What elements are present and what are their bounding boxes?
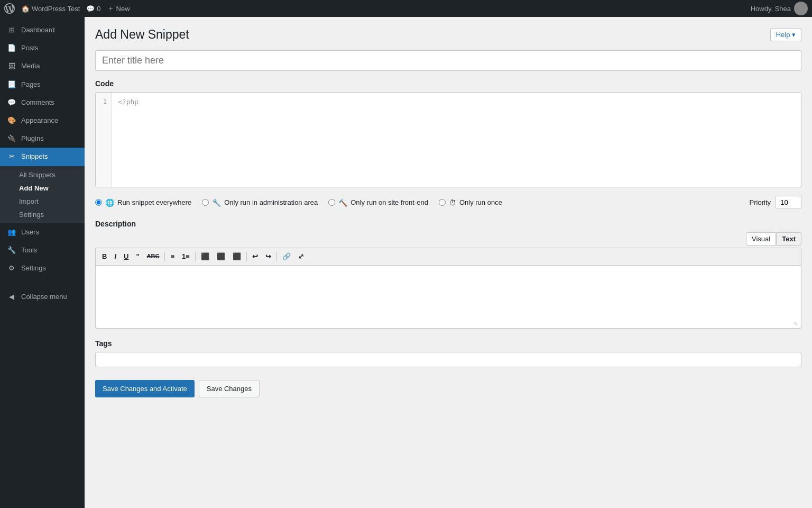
undo-button[interactable]: ↩ [249, 250, 261, 263]
sidebar-item-appearance[interactable]: 🎨 Appearance [0, 112, 85, 130]
run-option-frontend[interactable]: 🔨 Only run on site front-end [328, 198, 428, 207]
howdy-label: Howdy, Shea [751, 2, 808, 15]
resize-handle: ⤡ [793, 321, 800, 327]
posts-icon: 📄 [6, 43, 17, 53]
sidebar-item-snippets[interactable]: ✂ Snippets [0, 148, 85, 166]
collapse-icon: ◀ [6, 292, 17, 302]
topbar: 🏠 WordPress Test 💬 0 ＋ New Howdy, Shea [0, 0, 812, 17]
code-editor: 1 <?php [95, 92, 801, 187]
run-option-admin[interactable]: 🔧 Only run in administration area [202, 198, 318, 207]
tools-icon: 🔧 [6, 246, 17, 255]
action-buttons: Save Changes and Activate Save Changes [95, 380, 801, 397]
toolbar-divider-3 [246, 252, 247, 261]
sidebar-item-comments[interactable]: 💬 Comments [0, 94, 85, 112]
line-numbers: 1 [96, 93, 112, 187]
tags-section: Tags [95, 339, 801, 367]
description-label: Description [95, 220, 801, 228]
align-center-button[interactable]: ⬛ [214, 250, 228, 263]
toolbar-divider-1 [164, 252, 165, 261]
view-text-button[interactable]: Text [776, 232, 801, 246]
sidebar: Dashboard 📄 Posts 🖼 Media 📃 Pages 💬 Comm… [0, 17, 85, 508]
run-option-once[interactable]: ⏱ Only run once [439, 198, 502, 207]
collapse-menu-button[interactable]: ◀ Collapse menu [0, 288, 85, 306]
fullscreen-button[interactable]: ⤢ [295, 250, 307, 263]
sidebar-item-settings[interactable]: ⚙ Settings [0, 259, 85, 277]
save-activate-button[interactable]: Save Changes and Activate [95, 380, 195, 397]
media-icon: 🖼 [6, 61, 17, 71]
align-left-button[interactable]: ⬛ [198, 250, 213, 263]
priority-group: Priority [750, 196, 801, 209]
code-input[interactable]: <?php [112, 93, 801, 187]
sidebar-subitem-add-new[interactable]: Add New [0, 182, 85, 195]
code-section-label: Code [95, 79, 801, 88]
dashboard-icon [6, 25, 17, 35]
users-icon: 👥 [6, 228, 17, 237]
view-toggle: Visual Text [95, 232, 801, 246]
save-button[interactable]: Save Changes [199, 380, 260, 397]
view-visual-button[interactable]: Visual [746, 232, 776, 246]
sidebar-item-plugins[interactable]: 🔌 Plugins [0, 130, 85, 148]
align-right-button[interactable]: ⬛ [229, 250, 244, 263]
run-option-everywhere[interactable]: 🌐 Run snippet everywhere [95, 198, 191, 207]
bold-button[interactable]: B [99, 250, 110, 263]
comments-icon: 💬 [6, 98, 17, 107]
description-section: Description Visual Text B I U " ABC ≡ 1≡… [95, 220, 801, 329]
wp-logo[interactable] [4, 3, 15, 14]
snippets-icon: ✂ [6, 152, 17, 161]
sidebar-item-users[interactable]: 👥 Users [0, 223, 85, 241]
new-button[interactable]: ＋ New [107, 4, 130, 13]
sidebar-subitem-all-snippets[interactable]: All Snippets [0, 168, 85, 182]
toolbar-divider-4 [276, 252, 277, 261]
appearance-icon: 🎨 [6, 116, 17, 125]
link-button[interactable]: 🔗 [279, 250, 294, 263]
redo-button[interactable]: ↪ [262, 250, 274, 263]
tags-input[interactable] [95, 352, 801, 367]
pages-icon: 📃 [6, 80, 17, 89]
snippet-title-input[interactable] [95, 50, 801, 71]
blockquote-button[interactable]: " [133, 250, 142, 263]
priority-label: Priority [750, 198, 771, 206]
plugins-icon: 🔌 [6, 134, 17, 143]
page-header: Add New Snippet Help ▾ [95, 28, 801, 42]
sidebar-subitem-import[interactable]: Import [0, 195, 85, 208]
italic-button[interactable]: I [111, 250, 119, 263]
sidebar-item-tools[interactable]: 🔧 Tools [0, 241, 85, 259]
ordered-list-button[interactable]: 1≡ [179, 250, 193, 263]
editor-toolbar: B I U " ABC ≡ 1≡ ⬛ ⬛ ⬛ ↩ ↪ 🔗 ⤢ [95, 248, 801, 265]
main-content: Add New Snippet Help ▾ Code 1 <?php 🌐 Ru… [85, 17, 812, 508]
unordered-list-button[interactable]: ≡ [167, 250, 178, 263]
sidebar-item-pages[interactable]: 📃 Pages [0, 76, 85, 94]
settings-icon: ⚙ [6, 264, 17, 273]
page-title: Add New Snippet [95, 28, 189, 42]
sidebar-item-posts[interactable]: 📄 Posts [0, 39, 85, 57]
site-name[interactable]: 🏠 WordPress Test [21, 5, 80, 13]
comments-button[interactable]: 💬 0 [86, 5, 100, 13]
snippets-submenu: All Snippets Add New Import Settings [0, 166, 85, 223]
priority-input[interactable] [775, 196, 801, 209]
description-editor[interactable]: ⤡ [95, 265, 801, 329]
sidebar-item-media[interactable]: 🖼 Media [0, 57, 85, 75]
strikethrough-button[interactable]: ABC [144, 251, 163, 262]
sidebar-item-dashboard[interactable]: Dashboard [0, 21, 85, 39]
sidebar-subitem-settings[interactable]: Settings [0, 208, 85, 221]
underline-button[interactable]: U [121, 250, 132, 263]
tags-label: Tags [95, 339, 801, 348]
toolbar-divider-2 [195, 252, 196, 261]
avatar [794, 2, 808, 15]
run-options: 🌐 Run snippet everywhere 🔧 Only run in a… [95, 196, 801, 209]
help-button[interactable]: Help ▾ [770, 28, 801, 41]
